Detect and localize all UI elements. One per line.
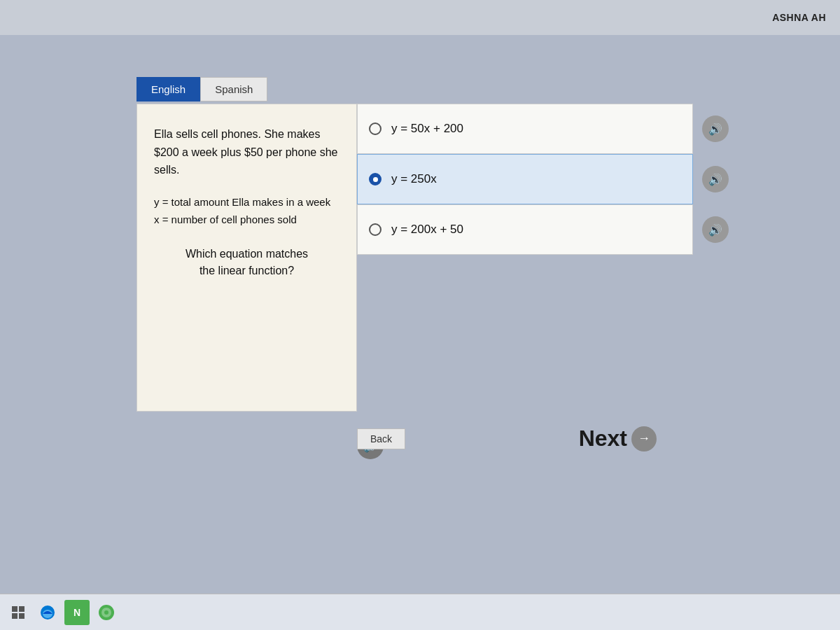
taskbar-start-icon[interactable]	[6, 600, 31, 625]
question-text: Ella sells cell phones. She makes $200 a…	[154, 125, 340, 179]
question-variables: y = total amount Ella makes in a week x …	[154, 193, 340, 229]
answer-text-3: y = 200x + 50	[391, 223, 463, 237]
back-button[interactable]: Back	[357, 428, 405, 449]
svg-rect-0	[12, 606, 18, 612]
svg-rect-2	[12, 613, 18, 619]
tab-english[interactable]: English	[136, 77, 200, 102]
sound-icon-2: 🔊	[708, 173, 722, 186]
taskbar-app-icon[interactable]	[94, 600, 119, 625]
sound-btn-2[interactable]: 🔊	[702, 166, 729, 192]
sound-btn-3[interactable]: 🔊	[702, 216, 729, 243]
radio-3	[369, 223, 382, 236]
language-tabs: English Spanish	[136, 77, 267, 102]
answers-panel: y = 50x + 200 🔊 y = 250x 🔊 y = 200x + 50…	[357, 104, 693, 412]
sound-btn-1[interactable]: 🔊	[702, 115, 729, 142]
radio-1	[369, 122, 382, 135]
tab-spanish[interactable]: Spanish	[200, 77, 267, 102]
answer-text-2: y = 250x	[391, 172, 437, 186]
username: ASHNA AH	[772, 12, 826, 23]
answer-text-1: y = 50x + 200	[391, 122, 463, 136]
taskbar-edge-icon[interactable]	[35, 600, 60, 625]
sound-icon-3: 🔊	[708, 223, 722, 237]
taskbar: N	[0, 594, 840, 630]
bottom-controls: Back Next →	[357, 426, 693, 451]
answer-option-2[interactable]: y = 250x 🔊	[357, 154, 693, 204]
grid-icon	[11, 606, 25, 620]
question-panel: Ella sells cell phones. She makes $200 a…	[136, 104, 357, 412]
question-prompt: Which equation matches the linear functi…	[154, 246, 340, 279]
taskbar-notepad-icon[interactable]: N	[64, 600, 90, 625]
top-bar: ASHNA AH	[0, 0, 840, 35]
answer-option-1[interactable]: y = 50x + 200 🔊	[357, 104, 693, 154]
main-content: Ella sells cell phones. She makes $200 a…	[136, 104, 710, 412]
answer-option-3[interactable]: y = 200x + 50 🔊	[357, 204, 693, 255]
sound-icon-1: 🔊	[708, 122, 722, 136]
svg-point-8	[104, 610, 108, 615]
svg-rect-3	[19, 613, 24, 619]
svg-rect-1	[19, 606, 24, 612]
radio-2	[369, 173, 382, 186]
next-arrow-icon: →	[631, 426, 657, 451]
next-button[interactable]: Next →	[579, 426, 657, 451]
